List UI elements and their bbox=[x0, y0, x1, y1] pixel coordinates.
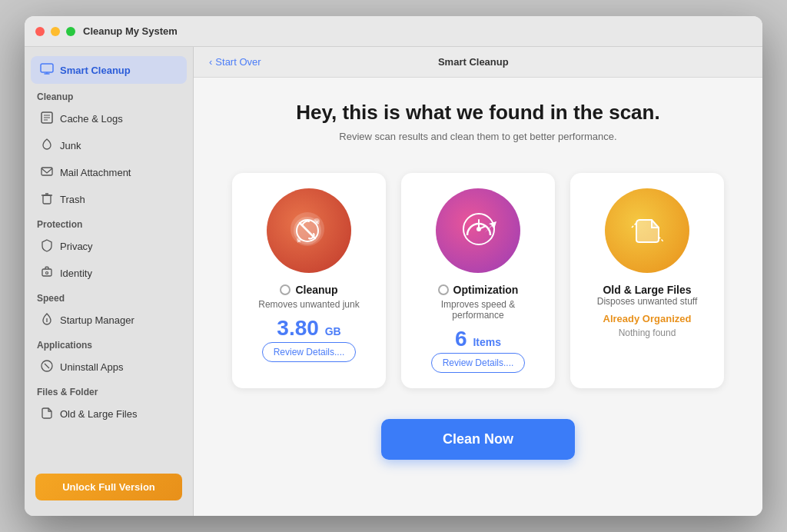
uninstall-icon bbox=[40, 359, 54, 375]
page-subtitle: Review scan results and clean them to ge… bbox=[339, 131, 616, 142]
svg-text:✕: ✕ bbox=[297, 238, 301, 244]
cleanup-card: ✕ ✕ Cleanup Removes unwanted junk 3.80 bbox=[232, 173, 386, 388]
section-speed: Speed bbox=[25, 287, 193, 307]
optimization-icon-circle bbox=[436, 188, 520, 273]
sidebar-item-mail[interactable]: Mail Attachment bbox=[31, 160, 187, 185]
startup-label: Startup Manager bbox=[60, 314, 134, 326]
cache-logs-label: Cache & Logs bbox=[60, 113, 123, 125]
maximize-button[interactable] bbox=[66, 27, 75, 36]
sidebar-item-trash[interactable]: Trash bbox=[31, 187, 187, 212]
large-files-sidebar-label: Old & Large Files bbox=[60, 408, 137, 420]
large-files-card: Old & Large Files Disposes unwanted stuf… bbox=[570, 173, 724, 388]
large-files-card-desc: Disposes unwanted stuff bbox=[597, 296, 698, 307]
section-protection: Protection bbox=[25, 213, 193, 233]
sidebar-item-identity[interactable]: Identity bbox=[31, 261, 187, 286]
optimization-card-desc: Improves speed & performance bbox=[420, 299, 536, 321]
optimization-radio[interactable] bbox=[438, 284, 449, 295]
minimize-button[interactable] bbox=[51, 27, 60, 36]
unlock-full-version-button[interactable]: Unlock Full Version bbox=[35, 474, 182, 500]
cleanup-radio-row: Cleanup bbox=[280, 284, 337, 296]
large-files-card-name: Old & Large Files bbox=[603, 284, 691, 296]
optimization-review-button[interactable]: Review Details.... bbox=[431, 353, 526, 373]
mail-label: Mail Attachment bbox=[60, 167, 131, 178]
sidebar: Smart Cleanup Cleanup Cache & Logs bbox=[25, 47, 194, 516]
cleanup-review-button[interactable]: Review Details.... bbox=[262, 342, 357, 362]
svg-rect-7 bbox=[42, 168, 52, 175]
svg-text:✕: ✕ bbox=[314, 219, 320, 226]
traffic-lights bbox=[35, 27, 75, 36]
trash-label: Trash bbox=[60, 194, 85, 205]
close-button[interactable] bbox=[35, 27, 45, 36]
section-applications: Applications bbox=[25, 334, 193, 354]
header-center-title: Smart Cleanup bbox=[261, 56, 686, 68]
sidebar-item-cache-logs[interactable]: Cache & Logs bbox=[31, 106, 187, 131]
window-title: Cleanup My System bbox=[83, 25, 178, 37]
junk-icon bbox=[40, 138, 54, 154]
large-files-already-label: Already Organized bbox=[603, 313, 692, 324]
sidebar-item-privacy[interactable]: Privacy bbox=[31, 234, 187, 259]
content-area: ‹ Start Over Smart Cleanup Hey, this is … bbox=[194, 47, 762, 516]
large-files-sidebar-icon bbox=[40, 406, 54, 422]
section-files: Files & Folder bbox=[25, 381, 193, 401]
cleanup-radio[interactable] bbox=[280, 284, 291, 295]
cleanup-card-value: 3.80 GB bbox=[277, 316, 340, 341]
cards-row: ✕ ✕ Cleanup Removes unwanted junk 3.80 bbox=[224, 173, 732, 388]
smart-cleanup-label: Smart Cleanup bbox=[60, 65, 131, 76]
cleanup-card-name: Cleanup bbox=[295, 284, 337, 296]
large-files-icon-circle bbox=[605, 188, 689, 273]
privacy-label: Privacy bbox=[60, 241, 93, 252]
smart-cleanup-icon bbox=[40, 62, 54, 78]
optimization-card: Optimization Improves speed & performanc… bbox=[401, 173, 555, 388]
back-button[interactable]: ‹ Start Over bbox=[209, 56, 261, 68]
svg-point-12 bbox=[46, 272, 48, 274]
back-label: Start Over bbox=[215, 56, 261, 68]
optimization-card-name: Optimization bbox=[453, 284, 519, 296]
clean-now-button[interactable]: Clean Now bbox=[381, 419, 575, 460]
cleanup-card-desc: Removes unwanted junk bbox=[258, 299, 359, 310]
content-header: ‹ Start Over Smart Cleanup bbox=[194, 47, 762, 78]
sidebar-item-large-files[interactable]: Old & Large Files bbox=[31, 401, 187, 427]
cache-logs-icon bbox=[40, 111, 54, 127]
privacy-icon bbox=[40, 238, 54, 254]
sidebar-item-startup[interactable]: Startup Manager bbox=[31, 308, 187, 333]
trash-icon bbox=[40, 191, 54, 208]
startup-icon bbox=[40, 312, 54, 328]
section-cleanup: Cleanup bbox=[25, 85, 193, 105]
main-content: Smart Cleanup Cleanup Cache & Logs bbox=[25, 47, 762, 516]
large-files-nothing-label: Nothing found bbox=[619, 328, 676, 338]
page-title: Hey, this is what we found in the scan. bbox=[296, 101, 659, 125]
optimization-card-value: 6 Items bbox=[455, 327, 501, 351]
sidebar-item-junk[interactable]: Junk bbox=[31, 133, 187, 158]
uninstall-label: Uninstall Apps bbox=[60, 361, 123, 373]
sidebar-item-smart-cleanup[interactable]: Smart Cleanup bbox=[31, 56, 187, 84]
identity-icon bbox=[40, 265, 54, 281]
optimization-radio-row: Optimization bbox=[438, 284, 519, 296]
sidebar-item-uninstall[interactable]: Uninstall Apps bbox=[31, 354, 187, 380]
cleanup-icon-circle: ✕ ✕ bbox=[267, 188, 351, 273]
app-window: Cleanup My System Smart Cleanup Cleanup bbox=[25, 16, 762, 516]
svg-rect-8 bbox=[43, 195, 51, 204]
svg-rect-0 bbox=[41, 64, 53, 72]
chevron-left-icon: ‹ bbox=[209, 56, 212, 68]
content-body: Hey, this is what we found in the scan. … bbox=[194, 78, 762, 516]
mail-icon bbox=[40, 165, 54, 181]
svg-rect-11 bbox=[42, 269, 51, 276]
svg-point-27 bbox=[477, 227, 481, 231]
svg-line-15 bbox=[45, 364, 49, 368]
junk-label: Junk bbox=[60, 140, 81, 151]
titlebar: Cleanup My System bbox=[25, 16, 762, 47]
identity-label: Identity bbox=[60, 268, 92, 279]
